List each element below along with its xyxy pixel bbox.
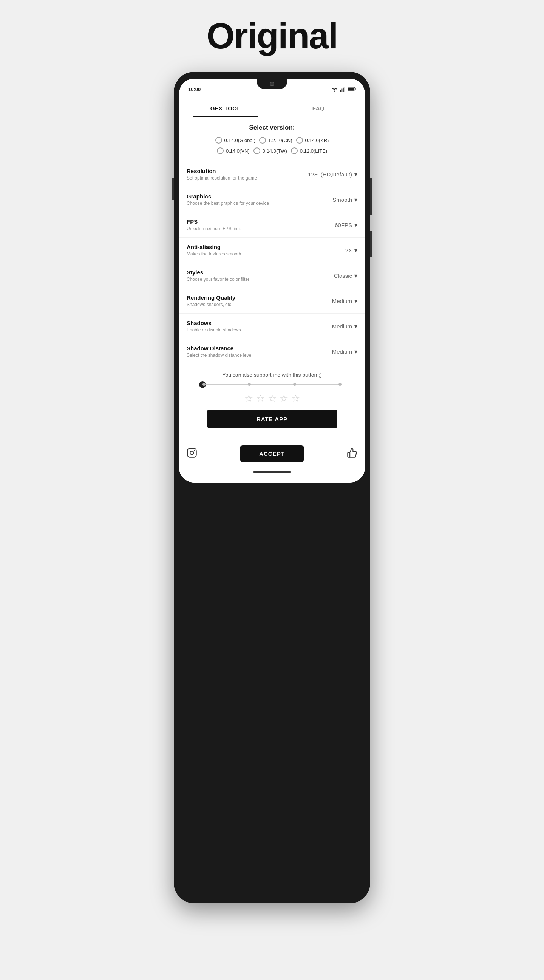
thumbsup-icon[interactable] [347, 447, 357, 460]
home-bar [253, 471, 291, 473]
rate-app-button[interactable]: RATE APP [207, 410, 337, 428]
camera [270, 82, 274, 86]
radio-lite[interactable] [291, 147, 298, 154]
svg-rect-3 [344, 86, 345, 92]
chevron-anti-aliasing: ▾ [354, 247, 357, 254]
chevron-resolution: ▾ [354, 171, 357, 178]
chevron-graphics: ▾ [354, 196, 357, 203]
setting-shadows-desc: Enable or disable shadows [187, 327, 332, 332]
svg-point-8 [190, 451, 193, 454]
chevron-styles: ▾ [354, 272, 357, 279]
setting-graphics-desc: Choose the best graphics for your device [187, 201, 332, 206]
version-option-lite[interactable]: 0.12.0(LITE) [291, 147, 327, 154]
version-option-kr[interactable]: 0.14.0(KR) [296, 137, 329, 144]
setting-resolution-value[interactable]: 1280(HD,Default) ▾ [308, 171, 357, 178]
radio-tw[interactable] [254, 147, 260, 154]
radio-vn[interactable] [217, 147, 224, 154]
chevron-shadow-distance: ▾ [354, 348, 357, 355]
support-section: You can also support me with this button… [179, 364, 365, 439]
version-option-tw[interactable]: 0.14.0(TW) [254, 147, 287, 154]
radio-global[interactable] [215, 137, 222, 144]
instagram-icon[interactable] [187, 447, 197, 460]
page-title: Original [207, 15, 338, 57]
status-bar: 10:00 [179, 79, 365, 100]
accept-button[interactable]: ACCEPT [240, 445, 304, 462]
svg-rect-6 [348, 88, 354, 91]
version-row-2: 0.14.0(VN) 0.14.0(TW) 0.12.0(LITE) [185, 147, 359, 154]
volume-button-right [370, 231, 373, 257]
setting-graphics-value[interactable]: Smooth ▾ [332, 196, 357, 203]
version-option-global[interactable]: 0.14.0(Global) [215, 137, 255, 144]
star-5[interactable]: ☆ [291, 393, 300, 404]
setting-anti-aliasing-label: Anti-aliasing [187, 244, 345, 250]
radio-kr[interactable] [296, 137, 303, 144]
star-3[interactable]: ☆ [268, 393, 276, 404]
star-1[interactable]: ☆ [244, 393, 253, 404]
setting-shadow-distance-value[interactable]: Medium ▾ [332, 348, 357, 355]
setting-rendering-quality-desc: Shadows,shaders, etc [187, 302, 332, 307]
setting-anti-aliasing[interactable]: Anti-aliasing Makes the textures smooth … [179, 238, 365, 263]
setting-shadows-label: Shadows [187, 320, 332, 326]
setting-styles[interactable]: Styles Choose your favorite color filter… [179, 263, 365, 288]
status-time: 10:00 [188, 86, 201, 92]
setting-rendering-quality-label: Rendering Quality [187, 294, 332, 301]
app-content: Select version: 0.14.0(Global) 1.2.10(CN… [179, 117, 365, 483]
setting-shadows[interactable]: Shadows Enable or disable shadows Medium… [179, 314, 365, 339]
tab-gfx-tool[interactable]: GFX TOOL [179, 100, 272, 117]
setting-shadow-distance[interactable]: Shadow Distance Select the shadow distan… [179, 339, 365, 364]
phone-device: 10:00 [174, 72, 370, 903]
support-text: You can also support me with this button… [185, 372, 359, 378]
svg-rect-7 [187, 448, 196, 457]
radio-cn[interactable] [259, 137, 266, 144]
svg-rect-5 [355, 88, 356, 90]
setting-graphics[interactable]: Graphics Choose the best graphics for yo… [179, 187, 365, 212]
bottom-bar: ACCEPT [179, 439, 365, 468]
tab-faq[interactable]: FAQ [272, 100, 365, 117]
setting-shadow-distance-desc: Select the shadow distance level [187, 353, 332, 358]
stars-row[interactable]: ☆ ☆ ☆ ☆ ☆ [185, 393, 359, 404]
home-indicator [179, 468, 365, 479]
star-4[interactable]: ☆ [279, 393, 288, 404]
setting-graphics-label: Graphics [187, 193, 332, 200]
version-title: Select version: [185, 124, 359, 132]
setting-rendering-quality-value[interactable]: Medium ▾ [332, 298, 357, 305]
version-row-1: 0.14.0(Global) 1.2.10(CN) 0.14.0(KR) [185, 137, 359, 144]
slider-dot-2 [248, 383, 251, 386]
setting-shadows-value[interactable]: Medium ▾ [332, 323, 357, 330]
setting-resolution-label: Resolution [187, 168, 308, 174]
slider-track[interactable] [203, 384, 341, 385]
setting-resolution-desc: Set optimal resolution for the game [187, 175, 308, 181]
setting-shadow-distance-label: Shadow Distance [187, 345, 332, 352]
setting-styles-label: Styles [187, 269, 334, 275]
setting-styles-value[interactable]: Classic ▾ [334, 272, 357, 279]
setting-anti-aliasing-value[interactable]: 2X ▾ [345, 247, 357, 254]
chevron-fps: ▾ [354, 221, 357, 229]
setting-styles-desc: Choose your favorite color filter [187, 277, 334, 282]
star-2[interactable]: ☆ [256, 393, 265, 404]
version-option-vn[interactable]: 0.14.0(VN) [217, 147, 250, 154]
svg-rect-1 [341, 89, 343, 92]
tabs-bar: GFX TOOL FAQ [179, 100, 365, 117]
battery-icon [347, 86, 356, 92]
setting-resolution[interactable]: Resolution Set optimal resolution for th… [179, 162, 365, 187]
chevron-rendering-quality: ▾ [354, 298, 357, 305]
setting-fps-value[interactable]: 60FPS ▾ [335, 221, 357, 229]
slider-dot-1 [203, 383, 206, 386]
setting-fps[interactable]: FPS Unlock maximum FPS limit 60FPS ▾ [179, 212, 365, 238]
setting-fps-desc: Unlock maximum FPS limit [187, 226, 335, 231]
setting-rendering-quality[interactable]: Rendering Quality Shadows,shaders, etc M… [179, 288, 365, 314]
setting-anti-aliasing-desc: Makes the textures smooth [187, 251, 345, 257]
signal-icon [340, 86, 345, 92]
chevron-shadows: ▾ [354, 323, 357, 330]
setting-fps-label: FPS [187, 218, 335, 225]
wifi-icon [331, 86, 338, 92]
svg-point-9 [194, 450, 195, 450]
slider-dots [203, 383, 341, 386]
notch [257, 79, 287, 89]
version-section: Select version: 0.14.0(Global) 1.2.10(CN… [179, 117, 365, 162]
phone-screen: 10:00 [179, 79, 365, 483]
version-option-cn[interactable]: 1.2.10(CN) [259, 137, 292, 144]
svg-rect-0 [340, 89, 341, 92]
slider-dot-3 [293, 383, 296, 386]
slider-dot-4 [338, 383, 341, 386]
